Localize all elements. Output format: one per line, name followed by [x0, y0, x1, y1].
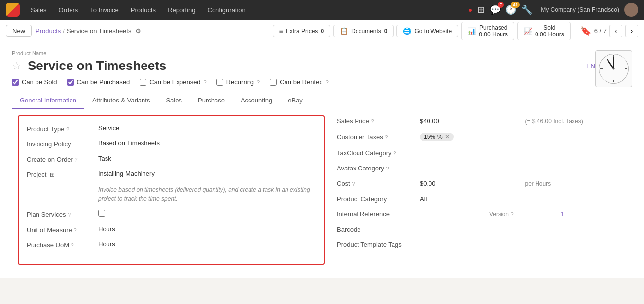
product-template-tags-label: Product Template Tags [337, 241, 416, 248]
product-type-value[interactable]: Service [98, 124, 316, 132]
tax-badge-15: 15%% ✕ [420, 133, 454, 141]
documents-button[interactable]: 📋 Documents 0 [333, 25, 394, 37]
cost-per-hours: per Hours [525, 180, 627, 187]
uom-help-icon[interactable]: ? [73, 227, 76, 233]
internal-reference-label: Internal Reference [337, 210, 416, 218]
nav-configuration[interactable]: Configuration [203, 4, 250, 16]
sales-price-label: Sales Price ? [337, 117, 416, 125]
user-avatar[interactable] [624, 3, 638, 17]
expensed-help-icon[interactable]: ? [204, 79, 207, 85]
customer-taxes-row: Customer Taxes ? 15%% ✕ [337, 133, 626, 141]
version-help-icon[interactable]: ? [510, 211, 513, 217]
nav-sales[interactable]: Sales [26, 4, 52, 16]
svg-point-7 [613, 68, 615, 70]
product-category-row: Product Category All [337, 195, 626, 203]
new-button[interactable]: New [6, 25, 32, 37]
tab-purchase[interactable]: Purchase [190, 93, 233, 109]
document-icon: 📋 [340, 27, 348, 35]
tax-badge-remove[interactable]: ✕ [445, 134, 450, 140]
invoicing-policy-value[interactable]: Based on Timesheets [98, 139, 316, 147]
product-type-help-icon[interactable]: ? [66, 126, 69, 132]
sales-price-help-icon[interactable]: ? [371, 118, 374, 124]
barcode-label: Barcode [337, 226, 416, 233]
can-be-expensed-checkbox[interactable]: Can be Expensed ? [140, 78, 206, 86]
product-form: Product Name ☆ Service on Timesheets EN … [0, 42, 644, 278]
project-row: Project ⊞ Installing Machinery [27, 170, 316, 178]
language-badge[interactable]: EN [586, 62, 595, 69]
purchase-uom-row: Purchase UoM ? Hours [27, 240, 316, 249]
sold-button[interactable]: 📈 Sold0.00 Hours [517, 22, 571, 40]
unit-of-measure-row: Unit of Measure ? Hours [27, 225, 316, 234]
plan-services-help-icon[interactable]: ? [68, 212, 71, 218]
bookmark-icon[interactable]: 🔖 [580, 26, 591, 36]
purchased-label: Purchased0.00 Hours [479, 24, 508, 38]
record-btn[interactable]: ● [468, 6, 472, 14]
sales-price-incl-taxes: (= $ 46.00 Incl. Taxes) [525, 118, 627, 125]
can-be-rented-input[interactable] [270, 79, 277, 86]
can-be-sold-checkbox[interactable]: Can be Sold [12, 78, 57, 86]
chat-icon[interactable]: 💬 7 [490, 4, 501, 15]
breadcrumb-parent[interactable]: Products [36, 27, 61, 34]
invoicing-policy-row: Invoicing Policy Based on Timesheets [27, 139, 316, 148]
can-be-expensed-label: Can be Expensed [149, 78, 200, 86]
can-be-sold-input[interactable] [12, 79, 19, 86]
settings-gear-icon[interactable]: ⚙ [135, 27, 141, 34]
extra-prices-button[interactable]: ≡ Extra Prices 0 [273, 25, 331, 37]
can-be-expensed-input[interactable] [140, 79, 146, 86]
project-label: Project ⊞ [27, 170, 98, 178]
breadcrumb-bar: New Products / Service on Timesheets ⚙ ≡… [0, 20, 644, 42]
product-category-label: Product Category [337, 195, 416, 203]
tab-sales[interactable]: Sales [158, 93, 190, 109]
plan-services-checkbox[interactable] [98, 210, 105, 217]
can-be-purchased-checkbox[interactable]: Can be Purchased [67, 78, 130, 86]
can-be-purchased-input[interactable] [67, 79, 74, 86]
grid-icon-field: ⊞ [50, 171, 55, 178]
taxcloud-help-icon[interactable]: ? [393, 150, 396, 156]
tab-attributes-variants[interactable]: Attributes & Variants [84, 93, 158, 109]
tab-ebay[interactable]: eBay [280, 93, 311, 109]
purchase-uom-help-icon[interactable]: ? [71, 242, 74, 248]
create-on-order-help-icon[interactable]: ? [75, 157, 78, 163]
purchased-button[interactable]: 📊 Purchased0.00 Hours [461, 22, 514, 40]
unit-of-measure-label: Unit of Measure ? [27, 225, 98, 234]
nav-to-invoice[interactable]: To Invoice [85, 4, 124, 16]
unit-of-measure-value[interactable]: Hours [98, 225, 316, 233]
grid-icon[interactable]: ⊞ [477, 4, 485, 15]
recurring-label: Recurring [226, 78, 254, 86]
project-value[interactable]: Installing Machinery [98, 170, 316, 177]
recurring-input[interactable] [216, 79, 223, 86]
activity-badge: 41 [511, 2, 520, 8]
tab-accounting[interactable]: Accounting [233, 93, 280, 109]
customer-taxes-help-icon[interactable]: ? [385, 135, 388, 140]
can-be-rented-checkbox[interactable]: Can be Rented ? [270, 78, 329, 86]
go-to-website-button[interactable]: 🌐 Go to Website [396, 25, 458, 37]
purchase-uom-value[interactable]: Hours [98, 240, 316, 248]
recurring-help-icon[interactable]: ? [257, 79, 260, 85]
product-category-value[interactable]: All [420, 195, 626, 203]
avatax-help-icon[interactable]: ? [386, 166, 389, 171]
favorite-star-icon[interactable]: ☆ [12, 60, 22, 72]
cost-help-icon[interactable]: ? [352, 181, 355, 187]
rented-help-icon[interactable]: ? [326, 79, 329, 85]
prev-page-button[interactable]: ‹ [609, 25, 622, 37]
next-page-button[interactable]: › [625, 25, 638, 37]
recurring-checkbox[interactable]: Recurring ? [216, 78, 260, 86]
plan-services-value [98, 210, 316, 218]
activity-icon[interactable]: 🕐 41 [505, 4, 516, 15]
wrench-icon[interactable]: 🔧 [521, 4, 532, 15]
app-logo[interactable] [6, 3, 20, 17]
nav-orders[interactable]: Orders [54, 4, 83, 16]
nav-reporting[interactable]: Reporting [163, 4, 200, 16]
cost-value[interactable]: $0.00 [420, 180, 521, 187]
hint-text: Invoice based on timesheets (delivered q… [98, 185, 316, 203]
product-title-main: Product Name ☆ Service on Timesheets EN … [12, 50, 595, 93]
sales-price-value[interactable]: $40.00 [420, 117, 521, 125]
avatax-category-row: Avatax Category ? [337, 165, 626, 172]
breadcrumb-current: Service on Timesheets [67, 27, 132, 34]
action-buttons: ≡ Extra Prices 0 📋 Documents 0 🌐 Go to W… [273, 22, 571, 40]
product-template-tags-row: Product Template Tags [337, 241, 626, 248]
tab-general-information[interactable]: General Information [12, 93, 84, 109]
create-on-order-value[interactable]: Task [98, 155, 316, 162]
nav-products[interactable]: Products [126, 4, 161, 16]
nav-icons: ● ⊞ 💬 7 🕐 41 🔧 My Company (San Francisco… [468, 3, 638, 17]
